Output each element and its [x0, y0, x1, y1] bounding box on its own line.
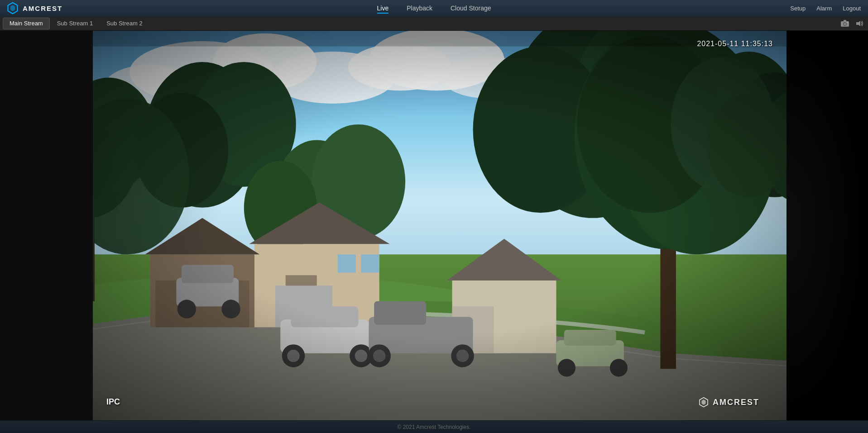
nav-playback[interactable]: Playback	[407, 3, 432, 14]
svg-point-4	[844, 23, 846, 25]
svg-rect-5	[844, 20, 846, 21]
nav-logout[interactable]: Logout	[843, 5, 861, 12]
svg-marker-7	[856, 21, 860, 26]
nav-center-links: Live Playback Cloud Storage	[377, 3, 491, 14]
svg-marker-78	[702, 400, 706, 405]
left-black-panel	[0, 31, 93, 420]
svg-marker-1	[10, 5, 15, 11]
stream-tabs-bar: Main Stream Sub Stream 1 Sub Stream 2	[0, 16, 868, 31]
svg-rect-6	[847, 22, 848, 23]
nav-live[interactable]: Live	[377, 3, 388, 14]
tab-sub-stream-2[interactable]: Sub Stream 2	[100, 18, 149, 29]
video-feed: 2021-05-11 11:35:13 IPC AMCREST	[93, 31, 786, 420]
tab-sub-stream-1[interactable]: Sub Stream 1	[51, 18, 100, 29]
watermark-icon	[698, 397, 709, 408]
nav-right-links: Setup Alarm Logout	[790, 5, 861, 12]
footer-copyright: © 2021 Amcrest Technologies.	[397, 424, 470, 430]
amcrest-logo-icon	[6, 2, 19, 14]
top-navigation: AMCREST Live Playback Cloud Storage Setu…	[0, 0, 868, 16]
camera-label: IPC	[106, 397, 120, 407]
main-content-area: 2021-05-11 11:35:13 IPC AMCREST	[0, 31, 868, 420]
right-shadow-overlay	[786, 31, 868, 420]
audio-button[interactable]	[855, 20, 863, 27]
svg-rect-76	[93, 31, 786, 46]
nav-setup[interactable]: Setup	[790, 5, 806, 12]
camera-scene-svg	[93, 31, 786, 420]
watermark-text: AMCREST	[713, 398, 759, 407]
nav-cloud-storage[interactable]: Cloud Storage	[451, 3, 491, 14]
nav-alarm[interactable]: Alarm	[816, 5, 832, 12]
tab-icon-buttons	[841, 20, 863, 27]
logo-area: AMCREST	[0, 2, 100, 14]
svg-rect-75	[93, 31, 786, 420]
tab-main-stream[interactable]: Main Stream	[3, 18, 50, 29]
video-watermark: AMCREST	[698, 397, 759, 408]
bottom-footer: © 2021 Amcrest Technologies.	[0, 420, 868, 433]
logo-text: AMCREST	[23, 5, 62, 12]
screenshot-button[interactable]	[841, 20, 849, 27]
video-timestamp: 2021-05-11 11:35:13	[697, 40, 773, 48]
right-black-panel	[786, 31, 868, 420]
